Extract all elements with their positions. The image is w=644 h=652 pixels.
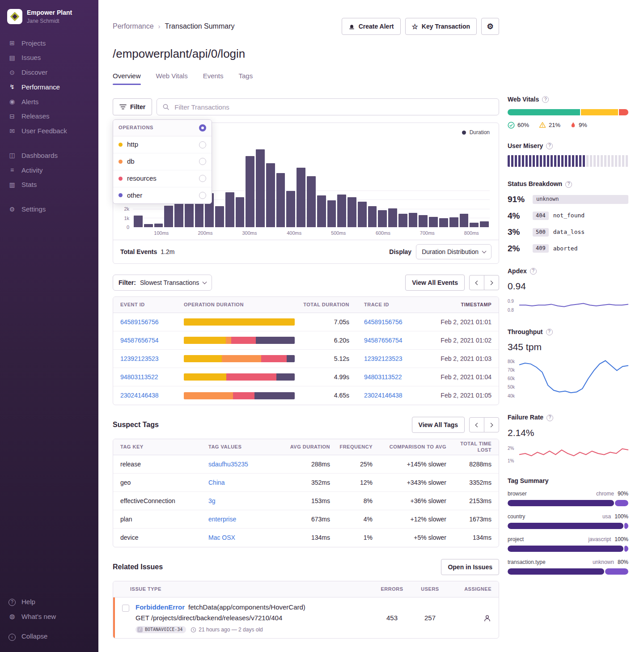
db-radio[interactable]: [199, 158, 206, 165]
sidebar-item-stats[interactable]: ▥Stats: [0, 178, 98, 192]
event-id-link[interactable]: 23024146438: [120, 392, 159, 399]
tab-web-vitals[interactable]: Web Vitals: [156, 72, 188, 85]
tab-overview[interactable]: Overview: [113, 72, 141, 85]
sidebar-item-releases[interactable]: ⊟Releases: [0, 109, 98, 124]
question-icon[interactable]: ?: [547, 415, 553, 421]
sidebar-item-help[interactable]: ?Help: [0, 595, 98, 610]
histogram-bar[interactable]: [398, 214, 407, 227]
sidebar-item-alerts[interactable]: ◉Alerts: [0, 95, 98, 110]
histogram-bar[interactable]: [154, 224, 163, 227]
question-icon[interactable]: ?: [546, 143, 553, 149]
tag-value-link[interactable]: enterprise: [208, 516, 236, 523]
operation-option-db[interactable]: db: [113, 153, 212, 170]
event-id-link[interactable]: 94803113522: [120, 373, 158, 381]
histogram-bar[interactable]: [246, 156, 254, 227]
question-icon[interactable]: ?: [530, 268, 537, 275]
sidebar-item-dashboards[interactable]: ◫Dashboards: [0, 148, 98, 163]
trace-id-link[interactable]: 64589156756: [364, 318, 402, 326]
histogram-bar[interactable]: [256, 149, 265, 227]
sidebar-item-activity[interactable]: ≡Activity: [0, 163, 98, 178]
histogram-bar[interactable]: [449, 217, 458, 227]
histogram-bar[interactable]: [358, 202, 367, 228]
tag-value-link[interactable]: sdaufhu35235: [208, 461, 248, 468]
histogram-bar[interactable]: [327, 200, 336, 228]
operation-option-resources[interactable]: resources: [113, 170, 212, 187]
histogram-bar[interactable]: [439, 218, 448, 227]
sidebar-item-collapse[interactable]: ‹Collapse: [0, 629, 98, 644]
trace-id-link[interactable]: 94587656754: [364, 337, 402, 344]
settings-gear-button[interactable]: ⚙: [481, 18, 499, 35]
histogram-bar[interactable]: [185, 204, 194, 228]
tag-value-link[interactable]: 3g: [208, 497, 216, 504]
trace-id-link[interactable]: 94803113522: [364, 373, 402, 381]
sidebar-item-whats-new[interactable]: ◍What's new: [0, 610, 98, 624]
resources-radio[interactable]: [199, 175, 206, 182]
tag-value-link[interactable]: Mac OSX: [208, 534, 235, 541]
project-badge[interactable]: / BOTANAVOICE-34: [136, 626, 186, 634]
assignee-button[interactable]: [449, 614, 491, 622]
histogram-bar[interactable]: [460, 214, 469, 227]
org-switcher[interactable]: Empower Plant Jane Schmidt: [0, 7, 98, 25]
issue-type-link[interactable]: ForbiddenError: [136, 603, 185, 612]
histogram-bar[interactable]: [388, 208, 397, 227]
histogram-bar[interactable]: [266, 163, 275, 228]
histogram-bar[interactable]: [480, 221, 489, 227]
histogram-bar[interactable]: [276, 173, 285, 227]
search-input[interactable]: [174, 103, 493, 111]
question-icon[interactable]: ?: [565, 181, 572, 188]
histogram-bar[interactable]: [195, 203, 204, 228]
histogram-bar[interactable]: [317, 195, 326, 227]
tag-value-link[interactable]: China: [208, 479, 225, 486]
event-id-link[interactable]: 64589156756: [120, 318, 159, 326]
histogram-bar[interactable]: [307, 176, 316, 227]
operation-option-http[interactable]: http: [113, 136, 212, 153]
breadcrumb-performance[interactable]: Performance: [113, 22, 154, 31]
display-select[interactable]: Duration Distribution: [416, 244, 491, 259]
event-id-link[interactable]: 12392123523: [120, 355, 159, 362]
histogram-bar[interactable]: [215, 206, 224, 228]
sidebar-item-projects[interactable]: ⊞Projects: [0, 36, 98, 51]
histogram-bar[interactable]: [236, 197, 245, 228]
issue-checkbox[interactable]: [122, 605, 129, 612]
histogram-bar[interactable]: [378, 210, 387, 227]
event-id-link[interactable]: 94587656754: [120, 337, 159, 344]
key-transaction-button[interactable]: ☆ Key Transaction: [405, 18, 477, 35]
histogram-bar[interactable]: [144, 224, 153, 227]
histogram-bar[interactable]: [470, 223, 479, 227]
sidebar-item-issues[interactable]: ▤Issues: [0, 51, 98, 65]
question-icon[interactable]: ?: [542, 96, 549, 103]
question-icon[interactable]: ?: [546, 329, 553, 335]
open-in-issues-button[interactable]: Open in Issues: [441, 559, 499, 575]
filter-button[interactable]: Filter: [113, 98, 152, 115]
histogram-bar[interactable]: [297, 168, 305, 228]
operations-all-radio[interactable]: [199, 124, 206, 131]
operation-option-other[interactable]: other: [113, 187, 212, 204]
histogram-bar[interactable]: [368, 206, 377, 228]
histogram-bar[interactable]: [164, 206, 173, 228]
histogram-bar[interactable]: [174, 203, 183, 228]
next-page-button[interactable]: [484, 275, 499, 290]
histogram-bar[interactable]: [337, 195, 346, 227]
prev-page-button[interactable]: [469, 417, 484, 432]
sidebar-item-user-feedback[interactable]: ✉User Feedback: [0, 124, 98, 139]
trace-id-link[interactable]: 23024146438: [364, 392, 402, 399]
view-all-events-button[interactable]: View All Events: [405, 275, 465, 291]
next-page-button[interactable]: [484, 417, 499, 432]
histogram-bar[interactable]: [134, 216, 143, 227]
tab-events[interactable]: Events: [203, 72, 224, 85]
sidebar-item-settings[interactable]: ⚙Settings: [0, 202, 98, 217]
histogram-bar[interactable]: [347, 197, 356, 228]
sidebar-item-performance[interactable]: ↯Performance: [0, 80, 98, 95]
prev-page-button[interactable]: [469, 275, 484, 290]
tab-tags[interactable]: Tags: [239, 72, 253, 85]
histogram-bar[interactable]: [419, 215, 428, 227]
trace-id-link[interactable]: 12392123523: [364, 355, 402, 362]
histogram-bar[interactable]: [409, 213, 418, 227]
view-all-tags-button[interactable]: View All Tags: [412, 417, 465, 433]
other-radio[interactable]: [199, 192, 206, 199]
sidebar-item-discover[interactable]: ⊙Discover: [0, 65, 98, 80]
transactions-filter-select[interactable]: Filter: Slowest Transactions: [113, 275, 212, 291]
create-alert-button[interactable]: Create Alert: [342, 18, 401, 35]
http-radio[interactable]: [199, 141, 206, 148]
histogram-bar[interactable]: [429, 217, 438, 227]
